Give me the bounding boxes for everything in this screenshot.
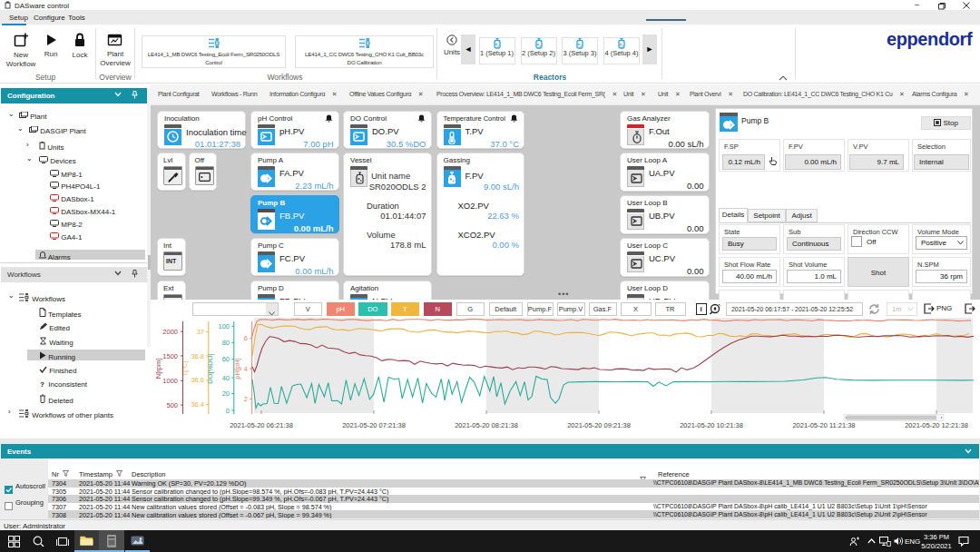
svg-text:2021-05-20 12:21:38: 2021-05-20 12:21:38	[905, 421, 968, 429]
svg-text:80: 80	[222, 339, 230, 347]
svg-text:36.8: 36.8	[191, 352, 204, 360]
svg-text:0: 0	[226, 407, 230, 415]
svg-text:20: 20	[222, 389, 230, 398]
svg-text:2021-05-20 09:21:38: 2021-05-20 09:21:38	[567, 421, 631, 429]
svg-text:40: 40	[222, 374, 230, 382]
svg-text:2: 2	[244, 395, 248, 403]
svg-text:2021-05-20 06:21:38: 2021-05-20 06:21:38	[230, 421, 293, 429]
svg-text:DO[%DO]: DO[%DO]	[206, 353, 214, 383]
svg-text:37: 37	[197, 328, 204, 336]
svg-text:2000: 2000	[162, 328, 178, 336]
svg-text:36.4: 36.4	[191, 400, 204, 409]
svg-text:500: 500	[166, 401, 178, 409]
svg-text:N[rpm]: N[rpm]	[154, 359, 162, 380]
svg-text:T[°C]: T[°C]	[181, 360, 189, 376]
svg-text:100: 100	[218, 322, 230, 330]
svg-text:2021-05-20 10:21:38: 2021-05-20 10:21:38	[680, 421, 743, 429]
svg-text:36.6: 36.6	[191, 376, 204, 384]
svg-text:1500: 1500	[162, 352, 178, 360]
svg-text:2021-05-20 07:21:38: 2021-05-20 07:21:38	[342, 421, 406, 429]
svg-text:pH[pH]: pH[pH]	[233, 358, 241, 379]
svg-text:6: 6	[244, 334, 248, 342]
svg-text:1000: 1000	[162, 377, 178, 385]
svg-text:2021-05-20 11:21:38: 2021-05-20 11:21:38	[792, 421, 855, 429]
svg-text:4: 4	[244, 365, 248, 373]
svg-text:2021-05-20 08:21:38: 2021-05-20 08:21:38	[455, 421, 518, 429]
svg-text:60: 60	[222, 355, 230, 363]
